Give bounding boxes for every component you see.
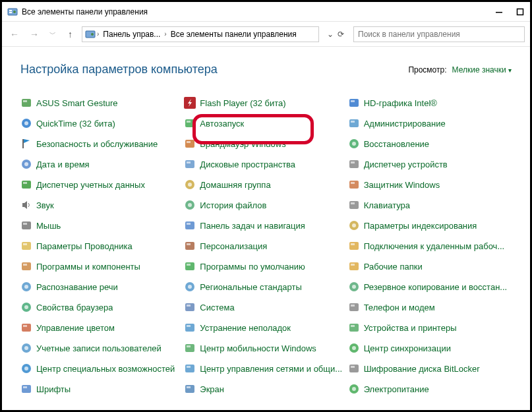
control-panel-item[interactable]: Программы по умолчанию xyxy=(184,260,347,273)
svg-point-11 xyxy=(24,121,28,125)
defender-icon xyxy=(348,179,360,191)
svg-point-7 xyxy=(91,33,94,36)
item-label: Центр мобильности Windows xyxy=(200,343,316,353)
control-panel-item[interactable]: Диспетчер учетных данных xyxy=(20,178,184,191)
control-panel-item[interactable]: Шифрование диска BitLocker xyxy=(348,362,512,375)
control-panel-item[interactable]: Устранение неполадок xyxy=(184,321,347,334)
control-panel-item[interactable]: Электропитание xyxy=(348,382,512,396)
svg-rect-74 xyxy=(349,201,359,209)
item-label: Безопасность и обслуживание xyxy=(36,139,158,149)
storage-icon xyxy=(184,158,196,170)
svg-rect-61 xyxy=(187,366,191,368)
minimize-button[interactable] xyxy=(494,7,504,16)
svg-rect-67 xyxy=(351,121,355,123)
control-panel-item[interactable]: Брандмауэр Windows xyxy=(184,137,347,150)
control-panel-item[interactable]: Рабочие папки xyxy=(348,260,512,273)
svg-rect-79 xyxy=(351,243,355,245)
breadcrumb-part2[interactable]: Все элементы панели управления xyxy=(168,30,299,39)
control-panel-item[interactable]: HD-графика Intel® xyxy=(348,96,512,109)
item-label: Восстановление xyxy=(364,139,429,149)
dropdown-icon[interactable]: ⌄ xyxy=(327,30,334,39)
control-panel-item[interactable]: Домашняя группа xyxy=(184,178,347,191)
item-label: QuickTime (32 бита) xyxy=(36,119,115,129)
svg-rect-65 xyxy=(351,100,355,102)
item-label: Региональные стандарты xyxy=(200,282,301,292)
control-panel-item[interactable]: Автозапуск xyxy=(184,117,347,130)
control-panel-item[interactable]: Восстановление xyxy=(348,137,512,150)
recent-dropdown[interactable]: ﹀ xyxy=(47,28,59,40)
control-panel-item[interactable]: Центр специальных возможностей xyxy=(20,362,184,375)
chevron-right-icon[interactable]: › xyxy=(96,30,100,38)
control-panel-item[interactable]: Устройства и принтеры xyxy=(348,321,512,334)
control-panel-item[interactable]: Flash Player (32 бита) xyxy=(184,96,347,109)
control-panel-item[interactable]: Параметры Проводника xyxy=(20,239,184,252)
control-panel-item[interactable]: Панель задач и навигация xyxy=(184,219,347,232)
control-panel-item[interactable]: ASUS Smart Gesture xyxy=(20,96,184,109)
item-label: HD-графика Intel® xyxy=(364,98,437,108)
item-label: Автозапуск xyxy=(200,119,244,129)
control-panel-item[interactable]: Региональные стандарты xyxy=(184,280,347,293)
view-mode-dropdown[interactable]: Мелкие значки ▾ xyxy=(452,65,512,74)
flash-icon xyxy=(184,97,196,109)
address-bar[interactable]: › Панель управ... › Все элементы панели … xyxy=(82,26,319,42)
search-input[interactable] xyxy=(358,30,520,39)
control-panel-item[interactable]: Персонализация xyxy=(184,239,347,252)
control-panel-item[interactable]: Защитник Windows xyxy=(348,178,512,191)
control-panel-item[interactable]: Администрирование xyxy=(348,117,512,130)
back-button[interactable]: ← xyxy=(7,28,22,41)
control-panel-item[interactable]: Программы и компоненты xyxy=(20,260,184,273)
forward-button[interactable]: → xyxy=(27,28,42,41)
control-panel-item[interactable]: Диспетчер устройств xyxy=(348,158,512,171)
svg-rect-21 xyxy=(22,262,31,270)
control-panel-item[interactable]: Дисковые пространства xyxy=(184,158,347,171)
control-panel-item[interactable]: Мышь xyxy=(20,219,184,232)
svg-rect-85 xyxy=(351,305,355,307)
control-panel-item[interactable]: Экран xyxy=(184,382,347,396)
fonts-icon xyxy=(20,383,32,395)
control-panel-item[interactable]: Управление цветом xyxy=(20,321,184,334)
svg-rect-34 xyxy=(23,386,27,388)
control-panel-item[interactable]: Центр мобильности Windows xyxy=(184,341,347,355)
control-panel-item[interactable]: Звук xyxy=(20,198,184,212)
svg-rect-91 xyxy=(351,366,355,368)
control-panel-item[interactable]: Резервное копирование и восстан... xyxy=(348,280,512,293)
item-label: Параметры Проводника xyxy=(36,241,133,251)
item-label: Панель задач и навигация xyxy=(200,221,305,231)
control-panel-item[interactable]: Телефон и модем xyxy=(348,301,512,314)
control-panel-item[interactable]: Параметры индексирования xyxy=(348,219,512,232)
default-programs-icon xyxy=(184,260,196,272)
svg-rect-73 xyxy=(351,182,355,184)
control-panel-item[interactable]: Шрифты xyxy=(20,382,184,396)
control-panel-item[interactable]: Безопасность и обслуживание xyxy=(20,137,184,150)
control-panel-item[interactable]: Система xyxy=(184,301,347,314)
control-panel-item[interactable]: Центр управления сетями и общи... xyxy=(184,362,347,375)
svg-rect-72 xyxy=(349,181,359,189)
control-panel-item[interactable]: QuickTime (32 бита) xyxy=(20,117,184,130)
item-label: Звук xyxy=(36,200,54,210)
refresh-icon[interactable]: ⟳ xyxy=(338,30,344,39)
svg-rect-48 xyxy=(185,242,194,250)
control-panel-item[interactable]: Распознавание речи xyxy=(20,280,184,293)
homegroup-icon xyxy=(184,179,196,191)
control-panel-item[interactable]: История файлов xyxy=(184,198,347,212)
item-label: Устройства и принтеры xyxy=(364,323,457,333)
svg-rect-87 xyxy=(351,325,355,327)
svg-rect-80 xyxy=(349,262,359,270)
item-label: ASUS Smart Gesture xyxy=(36,98,118,108)
control-panel-item[interactable]: Центр синхронизации xyxy=(348,341,512,355)
work-folders-icon xyxy=(348,260,360,272)
control-panel-item[interactable]: Клавиатура xyxy=(348,198,512,212)
control-panel-item[interactable]: Подключения к удаленным рабоч... xyxy=(348,239,512,252)
chevron-down-icon: ▾ xyxy=(508,67,512,74)
search-box[interactable] xyxy=(353,26,525,42)
chevron-right-icon[interactable]: › xyxy=(163,30,167,38)
control-panel-item[interactable]: Дата и время xyxy=(20,158,184,171)
item-label: Центр управления сетями и общи... xyxy=(200,364,342,374)
up-button[interactable]: ↑ xyxy=(64,29,76,40)
maximize-button[interactable] xyxy=(516,7,525,16)
svg-rect-18 xyxy=(23,223,27,225)
breadcrumb-part1[interactable]: Панель управ... xyxy=(100,30,163,39)
control-panel-item[interactable]: Свойства браузера xyxy=(20,301,184,314)
svg-point-24 xyxy=(24,285,28,289)
control-panel-item[interactable]: Учетные записи пользователей xyxy=(20,341,184,355)
